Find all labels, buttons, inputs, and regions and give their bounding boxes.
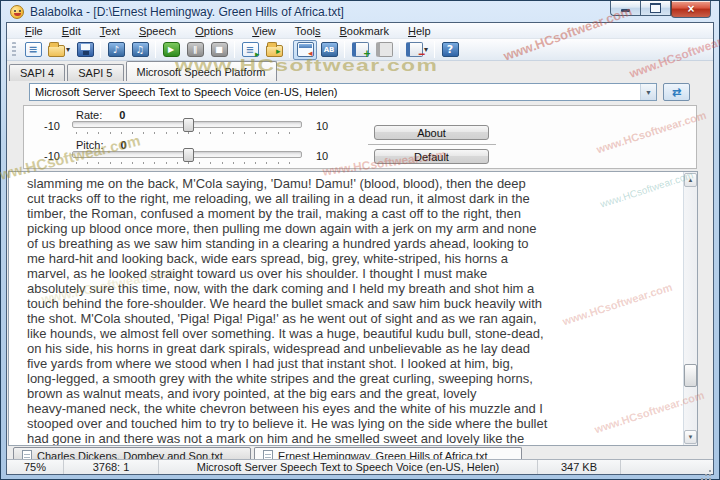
save-audio-file-icon: ♪ xyxy=(108,42,125,57)
text-line: touch behind the fore-shoulder. We heard… xyxy=(27,296,679,311)
menu-speech[interactable]: Speech xyxy=(131,24,184,38)
menu-text[interactable]: Text xyxy=(92,24,128,38)
status-caret-position: 3768: 1 xyxy=(64,460,159,474)
pitch-max-label: 10 xyxy=(316,150,328,162)
rate-max-label: 10 xyxy=(316,120,328,132)
resize-grip-icon[interactable] xyxy=(709,470,711,472)
menu-tools[interactable]: Tools xyxy=(287,24,329,38)
text-editor[interactable]: slamming me on the back, M'Cola saying, … xyxy=(8,171,698,446)
text-line: had gone in and there was not a mark on … xyxy=(27,431,679,446)
scrollbar-thumb[interactable] xyxy=(684,364,697,387)
button-separator xyxy=(368,144,496,145)
editor-text[interactable]: slamming me on the back, M'Cola saying, … xyxy=(9,172,683,445)
minimize-button[interactable] xyxy=(610,1,640,16)
delete-bookmark-icon xyxy=(406,42,423,57)
voice-select-value: Microsoft Server Speech Text to Speech V… xyxy=(30,86,640,98)
close-button[interactable]: × xyxy=(671,1,711,18)
rate-label: Rate: xyxy=(76,109,102,121)
status-zoom: 75% xyxy=(7,460,64,474)
save-file-button[interactable] xyxy=(73,40,97,60)
watch-folder-button[interactable] xyxy=(262,40,286,60)
balabolka-app-icon xyxy=(10,5,24,19)
split-audio-file-button[interactable]: ♫ xyxy=(128,40,152,60)
help-button[interactable]: ? xyxy=(438,40,462,60)
toolbar-separator xyxy=(155,41,156,58)
open-file-icon xyxy=(48,45,65,57)
read-text-file-icon: ≡ xyxy=(242,42,259,57)
voice-settings-panel: Rate: 0 -10 10 Pitch: 0 -10 10 About Def… xyxy=(23,105,697,169)
scroll-up-icon[interactable]: ▲ xyxy=(684,173,697,187)
toolbar-gripper[interactable] xyxy=(12,42,16,58)
title-bar[interactable]: Balabolka - [D:\Ernest Hemingway. Green … xyxy=(1,1,719,22)
rate-value: 0 xyxy=(119,109,125,121)
tab-sapi4[interactable]: SAPI 4 xyxy=(9,64,65,81)
menu-edit[interactable]: Edit xyxy=(54,24,89,38)
window-title: Balabolka - [D:\Ernest Hemingway. Green … xyxy=(30,5,344,19)
voice-panel-icon xyxy=(297,42,314,57)
menu-options[interactable]: Options xyxy=(187,24,241,38)
text-line: long-legged, a smooth grey with the whit… xyxy=(27,371,679,386)
text-line: the shot. M'Cola shouted, 'Piga! Piga! P… xyxy=(27,311,679,326)
text-line: five yards from where we stood when I ha… xyxy=(27,356,679,371)
text-line: picking up blood once more, then pulling… xyxy=(27,221,679,236)
toolbar-separator xyxy=(100,41,101,58)
about-button[interactable]: About xyxy=(374,125,489,140)
pitch-min-label: -10 xyxy=(36,150,60,162)
pitch-slider-thumb[interactable] xyxy=(183,148,194,162)
application-window: Balabolka - [D:\Ernest Hemingway. Green … xyxy=(0,0,720,480)
toolbar-separator xyxy=(289,41,290,58)
play-button[interactable]: ▶ xyxy=(159,40,183,60)
client-area: FileEditTextSpeechOptionsViewToolsBookma… xyxy=(6,22,714,475)
add-bookmark-button[interactable] xyxy=(348,40,372,60)
open-file-button[interactable]: ▾ xyxy=(45,40,73,60)
default-button[interactable]: Default xyxy=(374,149,489,164)
text-line: stooped over and touched him to try to b… xyxy=(27,416,679,431)
rate-caption: Rate: 0 xyxy=(76,109,125,121)
new-document-icon: ≡ xyxy=(25,42,42,57)
voice-panel-button[interactable] xyxy=(293,40,317,60)
voice-select[interactable]: Microsoft Server Speech Text to Speech V… xyxy=(29,83,657,101)
pitch-caption: Pitch: 0 xyxy=(76,139,127,151)
tab-microsoft-speech-platform[interactable]: Microsoft Speech Platform xyxy=(126,61,277,81)
save-audio-file-button[interactable]: ♪ xyxy=(104,40,128,60)
bookmarks-icon xyxy=(376,42,393,57)
pause-button[interactable]: ∥ xyxy=(183,40,207,60)
menu-file[interactable]: File xyxy=(17,24,51,38)
combo-arrow-icon[interactable]: ▼ xyxy=(640,84,656,100)
maximize-button[interactable] xyxy=(640,1,671,16)
watch-folder-icon xyxy=(266,45,283,57)
menu-help[interactable]: Help xyxy=(400,24,439,38)
bookmarks-button[interactable] xyxy=(372,40,396,60)
pitch-label: Pitch: xyxy=(76,139,104,151)
dictionary-button[interactable]: AB xyxy=(317,40,341,60)
status-voice: Microsoft Server Speech Text to Speech V… xyxy=(159,460,538,474)
play-icon: ▶ xyxy=(163,42,180,57)
scroll-down-icon[interactable]: ▼ xyxy=(684,430,697,444)
vertical-scrollbar[interactable]: ▲ ▼ xyxy=(683,172,697,445)
delete-bookmark-button[interactable]: ▾ xyxy=(403,40,431,60)
rate-slider[interactable] xyxy=(72,121,302,128)
text-line: slamming me on the back, M'Cola saying, … xyxy=(27,176,679,191)
rate-slider-thumb[interactable] xyxy=(183,118,194,132)
text-line: of us breathing as we saw him standing i… xyxy=(27,236,679,251)
text-line: me hard-hit and looking back, wide ears … xyxy=(27,251,679,266)
status-file-size: 347 KB xyxy=(538,460,621,474)
menu-view[interactable]: View xyxy=(244,24,284,38)
menu-bar: FileEditTextSpeechOptionsViewToolsBookma… xyxy=(7,23,713,39)
refresh-voices-button[interactable]: ⇄ xyxy=(663,83,690,101)
new-document-button[interactable]: ≡ xyxy=(21,40,45,60)
dropdown-arrow-icon[interactable]: ▾ xyxy=(66,45,70,54)
toolbar-separator xyxy=(234,41,235,58)
stop-icon: ■ xyxy=(211,42,228,57)
read-text-file-button[interactable]: ≡ xyxy=(238,40,262,60)
text-line: cut tracks off to the right, me reloadin… xyxy=(27,191,679,206)
toolbar-separator xyxy=(434,41,435,58)
stop-button[interactable]: ■ xyxy=(207,40,231,60)
dictionary-icon: AB xyxy=(321,42,338,57)
tab-sapi5[interactable]: SAPI 5 xyxy=(67,64,123,81)
pitch-slider[interactable] xyxy=(72,151,302,158)
menu-bookmark[interactable]: Bookmark xyxy=(332,24,398,38)
pitch-value: 0 xyxy=(121,139,127,151)
text-line: marvel, as he looked straight toward us … xyxy=(27,266,679,281)
text-line: timber, the Roman, confused a moment by … xyxy=(27,206,679,221)
